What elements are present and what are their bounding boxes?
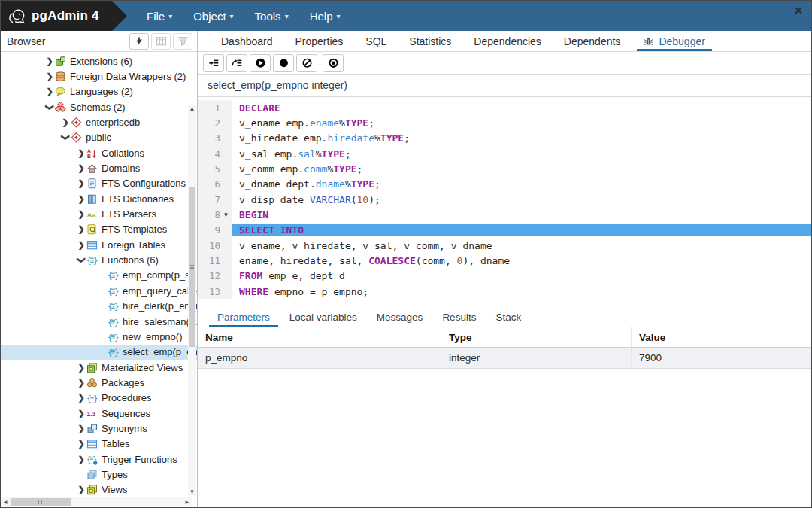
- line-gutter: 6: [198, 177, 232, 192]
- tree-item-fts-templates[interactable]: ❯FTS Templates: [1, 222, 197, 237]
- tab-dashboard[interactable]: Dashboard: [210, 31, 284, 51]
- token: v_ename emp.: [239, 117, 310, 129]
- tab-label: Debugger: [659, 35, 705, 47]
- menu-tools[interactable]: Tools▾: [244, 1, 299, 31]
- tab-statistics[interactable]: Statistics: [398, 31, 462, 51]
- tree-item-extensions-6[interactable]: ❯Extensions (6): [1, 53, 197, 68]
- pgadmin-window: pgAdmin 4 File▾Object▾Tools▾Help▾ Browse…: [0, 0, 812, 508]
- code-editor[interactable]: 1DECLARE2v_ename emp.ename%TYPE;3v_hired…: [198, 97, 811, 308]
- tree-item-foreign-data-wrappers-2[interactable]: ❯Foreign Data Wrappers (2): [1, 68, 197, 84]
- tree-item-synonyms[interactable]: ❯Synonyms: [1, 421, 197, 436]
- foreign-table-icon: [86, 239, 98, 251]
- tab-dependents[interactable]: Dependents: [553, 31, 632, 51]
- query-tool-button[interactable]: [129, 33, 149, 50]
- line-number: 8: [198, 209, 220, 221]
- scroll-down-icon[interactable]: ▼: [188, 488, 196, 496]
- tab-debugger[interactable]: Debugger: [632, 31, 717, 51]
- tree-item-hire-clerk-p-enar[interactable]: {}hire_clerk(p_enar: [1, 299, 197, 314]
- token: BEGIN: [239, 209, 268, 221]
- tree-item-foreign-tables[interactable]: ❯Foreign Tables: [1, 237, 197, 252]
- continue-button[interactable]: [250, 54, 271, 72]
- toggle-breakpoint-button[interactable]: [273, 54, 294, 72]
- tab-messages[interactable]: Messages: [367, 308, 433, 327]
- horizontal-scrollbar[interactable]: ◄ ►: [1, 497, 192, 506]
- tab-label: Messages: [377, 312, 423, 323]
- tab-stack[interactable]: Stack: [486, 308, 531, 327]
- tab-results[interactable]: Results: [432, 308, 486, 327]
- tree-item-collations[interactable]: ❯ABCollations: [1, 145, 197, 160]
- code-line-7: 7v_disp_date VARCHAR(10);: [198, 192, 811, 207]
- tab-label: Statistics: [409, 35, 451, 47]
- code-text: WHERE empno = p_empno;: [232, 286, 811, 297]
- table-row[interactable]: p_empnointeger7900: [198, 348, 811, 369]
- tab-parameters[interactable]: Parameters: [208, 308, 280, 327]
- tab-local-variables[interactable]: Local variables: [280, 308, 367, 327]
- tree-item-procedures[interactable]: ❯{}Procedures: [1, 391, 197, 406]
- line-number: 7: [198, 194, 220, 205]
- menu-file[interactable]: File▾: [136, 1, 183, 31]
- grid-icon: [156, 35, 167, 47]
- vertical-scrollbar[interactable]: ▲ ▼: [188, 105, 196, 496]
- tree-item-enterprisedb[interactable]: ❯enterprisedb: [1, 114, 197, 129]
- tree-item-public[interactable]: ❯public: [1, 130, 197, 145]
- tree-item-materialized-views[interactable]: ❯Materialized Views: [1, 360, 197, 375]
- tree-item-fts-parsers[interactable]: ❯AaFTS Parsers: [1, 206, 197, 221]
- code-text: FROM emp e, dept d: [232, 270, 811, 281]
- code-line-8: 8▼BEGIN: [198, 207, 811, 222]
- tree-item-emp-query-calle[interactable]: {}emp_query_calle: [1, 283, 197, 298]
- stop-button[interactable]: [323, 54, 344, 72]
- svg-text:A: A: [87, 148, 91, 154]
- tree-item-hire-salesman-p[interactable]: {}hire_salesman(p.: [1, 314, 197, 329]
- scroll-up-icon[interactable]: ▲: [188, 105, 196, 113]
- tree-item-tables[interactable]: ❯Tables: [1, 437, 197, 452]
- menu-object[interactable]: Object▾: [183, 1, 244, 31]
- vertical-scrollbar-thumb[interactable]: [189, 187, 195, 347]
- close-icon[interactable]: ✕: [794, 5, 803, 17]
- tree-item-domains[interactable]: ❯Domains: [1, 160, 197, 175]
- tab-dependencies[interactable]: Dependencies: [462, 31, 553, 51]
- tab-sql[interactable]: SQL: [354, 31, 398, 51]
- stop-circle-icon: [328, 58, 339, 68]
- tree-item-emp-comp-p-sa[interactable]: {}emp_comp(p_sa: [1, 268, 197, 283]
- scroll-right-icon[interactable]: ►: [183, 497, 192, 506]
- scroll-left-icon[interactable]: ◄: [1, 497, 10, 506]
- token: TYPE: [345, 117, 368, 129]
- svg-text:}: }: [114, 333, 119, 342]
- tree-item-schemas-2[interactable]: ❯Schemas (2): [1, 99, 197, 114]
- schema-icon: [71, 132, 82, 143]
- horizontal-scrollbar-thumb[interactable]: [11, 498, 71, 506]
- tree-item-label: emp_comp(p_sa: [123, 269, 195, 281]
- menu-help[interactable]: Help▾: [299, 1, 351, 31]
- tree-item-packages[interactable]: ❯Packages: [1, 375, 197, 390]
- tree-item-languages-2[interactable]: ❯Languages (2): [1, 84, 197, 99]
- schemas-icon: [55, 102, 66, 113]
- token: TYPE: [322, 148, 345, 160]
- svg-text:1.3: 1.3: [87, 410, 96, 418]
- tree-item-views[interactable]: ❯Views: [1, 482, 197, 497]
- filter-button: [173, 33, 192, 50]
- step-into-button[interactable]: [203, 54, 224, 72]
- tab-label: Results: [442, 312, 476, 323]
- tree-item-functions-6[interactable]: ❯{}Functions (6): [1, 252, 197, 267]
- tree-item-label: public: [86, 132, 111, 143]
- clear-breakpoints-button[interactable]: [296, 54, 317, 72]
- code-text: v_dname dept.dname%TYPE;: [232, 178, 811, 190]
- browser-title: Browser: [7, 35, 127, 47]
- tree-item-types[interactable]: Types: [1, 467, 197, 482]
- code-text: v_comm emp.comm%TYPE;: [232, 163, 811, 175]
- titlebar: pgAdmin 4 File▾Object▾Tools▾Help▾: [1, 1, 811, 31]
- tree-item-label: enterprisedb: [86, 117, 140, 128]
- step-over-button[interactable]: [226, 54, 247, 72]
- tree-item-select-emp-p-en[interactable]: {}select_emp(p_en: [1, 345, 197, 360]
- tree-item-sequences[interactable]: ❯1.3Sequences: [1, 406, 197, 421]
- tree-item-fts-configurations[interactable]: ❯FTS Configurations: [1, 176, 197, 191]
- token: v_disp_date: [239, 194, 310, 205]
- tree-item-new-empno[interactable]: {}new_empno(): [1, 329, 197, 344]
- tree-item-label: Sequences: [102, 408, 150, 419]
- code-text: BEGIN: [232, 209, 811, 221]
- tab-properties[interactable]: Properties: [284, 31, 355, 51]
- tab-label: Properties: [295, 35, 344, 47]
- tree-item-fts-dictionaries[interactable]: ❯FTS Dictionaries: [1, 191, 197, 206]
- tree-item-trigger-functions[interactable]: ❯{}Trigger Functions: [1, 452, 197, 467]
- tree-item-label: Functions (6): [102, 254, 159, 266]
